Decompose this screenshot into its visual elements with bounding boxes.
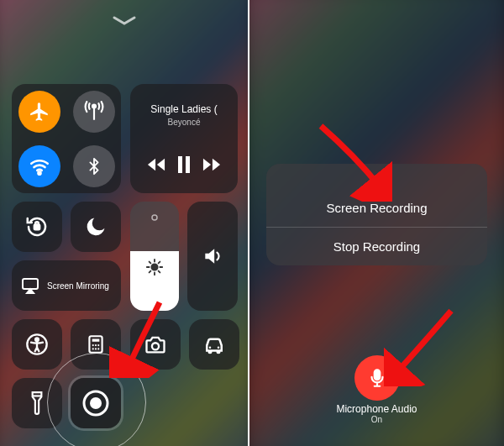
svg-point-12: [92, 344, 94, 346]
microphone-label: Microphone Audio On: [336, 403, 417, 424]
wifi-icon: [29, 155, 50, 177]
svg-rect-3: [186, 156, 190, 173]
cellular-data-toggle[interactable]: [73, 91, 115, 133]
rewind-icon[interactable]: [147, 157, 165, 172]
do-not-disturb-toggle[interactable]: [71, 202, 121, 252]
pause-icon[interactable]: [177, 156, 191, 173]
record-icon: [81, 389, 110, 417]
svg-point-17: [97, 348, 99, 349]
svg-point-13: [95, 344, 97, 346]
svg-point-18: [152, 343, 159, 349]
microphone-icon: [366, 367, 388, 389]
forward-icon[interactable]: [202, 157, 221, 172]
airplay-icon: [20, 275, 40, 296]
calculator-icon: [85, 333, 107, 355]
rotation-lock-icon: [24, 214, 50, 239]
sun-dim-icon: [147, 210, 162, 225]
svg-point-1: [38, 171, 40, 174]
speaker-icon: [202, 245, 223, 267]
svg-point-14: [97, 344, 99, 346]
screen-record-button[interactable]: [71, 378, 121, 428]
airplane-icon: [29, 101, 50, 123]
svg-rect-2: [178, 156, 182, 173]
svg-point-15: [92, 348, 94, 349]
svg-point-6: [151, 264, 157, 270]
now-playing-artist: Beyoncé: [150, 118, 217, 127]
sun-icon: [145, 258, 164, 276]
svg-rect-7: [23, 279, 38, 289]
calculator-button[interactable]: [71, 319, 121, 370]
chevron-down-icon[interactable]: [112, 15, 137, 27]
svg-rect-4: [34, 225, 39, 230]
svg-point-0: [92, 104, 96, 108]
accessibility-icon: [25, 333, 49, 356]
svg-point-19: [209, 347, 212, 349]
microphone-toggle[interactable]: [354, 355, 400, 401]
svg-rect-23: [374, 370, 380, 380]
svg-rect-11: [92, 339, 100, 342]
moon-icon: [84, 215, 108, 239]
connectivity-tile: [12, 84, 121, 193]
svg-point-16: [95, 348, 97, 349]
svg-point-20: [218, 347, 220, 349]
svg-point-22: [90, 397, 102, 409]
sheet-title: Screen Recording: [326, 201, 427, 215]
screen-mirroring-button[interactable]: Screen Mirroring: [12, 260, 121, 311]
car-icon: [202, 332, 227, 357]
camera-button[interactable]: [130, 319, 181, 370]
wifi-toggle[interactable]: [18, 145, 60, 187]
svg-point-9: [35, 338, 39, 341]
volume-slider[interactable]: [187, 202, 238, 311]
carplay-button[interactable]: [189, 319, 239, 370]
screen-mirroring-label: Screen Mirroring: [47, 281, 109, 291]
brightness-slider[interactable]: [130, 202, 179, 311]
stop-recording-button[interactable]: Stop Recording: [266, 227, 487, 265]
flashlight-button[interactable]: [12, 378, 62, 428]
svg-point-5: [152, 215, 157, 220]
accessibility-button[interactable]: [12, 319, 62, 370]
microphone-label-text: Microphone Audio: [336, 403, 417, 415]
bluetooth-icon: [85, 157, 103, 176]
flashlight-icon: [28, 391, 46, 416]
now-playing-title: Single Ladies (: [150, 104, 217, 116]
airplane-mode-toggle[interactable]: [18, 91, 60, 133]
rotation-lock-toggle[interactable]: [12, 202, 62, 252]
record-indicator-icon: [369, 179, 386, 196]
now-playing-tile[interactable]: Single Ladies ( Beyoncé: [130, 84, 238, 193]
antenna-icon: [83, 101, 105, 123]
camera-icon: [144, 333, 167, 356]
bluetooth-toggle[interactable]: [73, 145, 115, 187]
microphone-status: On: [336, 415, 417, 424]
screen-recording-sheet: Screen Recording Stop Recording: [266, 164, 487, 265]
